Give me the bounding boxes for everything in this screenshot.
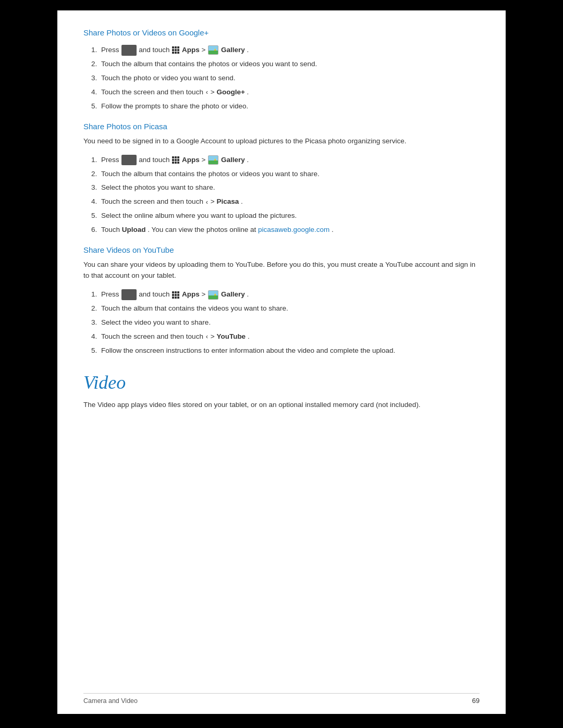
upload-label: Upload — [122, 226, 146, 233]
share-icon-2: ‹ — [206, 196, 208, 208]
step-text: . — [332, 226, 334, 233]
step-picasa-3: Select the photos you want to share. — [99, 182, 480, 194]
apps-grid-icon-2 — [172, 156, 179, 164]
step-text: . — [241, 198, 243, 205]
video-body: The Video app plays video files stored o… — [83, 400, 480, 411]
youtube-intro: You can share your videos by uploading t… — [83, 260, 480, 281]
step-text: and touch — [139, 290, 172, 298]
step-picasa-6: Touch Upload . You can view the photos o… — [99, 224, 480, 236]
step-text: Touch the screen and then touch — [101, 332, 205, 340]
apps-label-1: Apps — [182, 46, 200, 54]
step-text: Touch the screen and then touch — [101, 88, 205, 96]
step-yt-2: Touch the album that contains the videos… — [99, 303, 480, 315]
step-text: . — [247, 156, 249, 164]
step-gplus-3: Touch the photo or video you want to sen… — [99, 72, 480, 84]
step-text: Press — [101, 46, 121, 54]
step-text: Touch the screen and then touch — [101, 198, 205, 205]
step-yt-1: Press and touch Apps > Gallery . — [99, 289, 480, 301]
step-text: > — [202, 290, 208, 298]
step-gplus-2: Touch the album that contains the photos… — [99, 58, 480, 70]
step-text: > — [211, 332, 217, 340]
step-gplus-4: Touch the screen and then touch ‹ > Goog… — [99, 87, 480, 98]
footer-page-number: 69 — [472, 697, 480, 705]
share-icon-1: ‹ — [206, 87, 208, 98]
step-text: > — [211, 198, 217, 205]
picasa-label: Picasa — [216, 198, 239, 205]
step-text: Press — [101, 156, 121, 164]
section-title-youtube: Share Videos on YouTube — [83, 245, 480, 254]
step-yt-3: Select the video you want to share. — [99, 317, 480, 329]
step-text: > — [202, 46, 208, 54]
youtube-label: YouTube — [216, 332, 246, 340]
youtube-steps: Press and touch Apps > Gallery . Touch t… — [99, 289, 480, 357]
page-footer: Camera and Video 69 — [83, 693, 480, 705]
gallery-icon-1 — [208, 45, 218, 55]
step-text: . — [247, 46, 249, 54]
picasa-link[interactable]: picasaweb.google.com — [258, 226, 329, 233]
share-icon-3: ‹ — [206, 331, 208, 342]
home-button — [121, 45, 136, 56]
home-button-2 — [121, 155, 136, 166]
picasa-intro: You need to be signed in to a Google Acc… — [83, 136, 480, 147]
step-picasa-5: Select the online album where you want t… — [99, 210, 480, 222]
step-text: . You can view the photos online at — [148, 226, 258, 233]
step-text: > — [202, 156, 208, 164]
gallery-label-3: Gallery — [221, 290, 245, 298]
step-picasa-1: Press and touch Apps > Gallery . — [99, 154, 480, 166]
footer-chapter: Camera and Video — [83, 697, 138, 705]
step-text: Press — [101, 290, 121, 298]
step-text: > — [211, 88, 217, 96]
step-text: . — [248, 332, 250, 340]
step-gplus-1: Press and touch Apps > Gallery . — [99, 44, 480, 56]
apps-label-2: Apps — [182, 156, 200, 164]
section-title-google-plus: Share Photos or Videos on Google+ — [83, 28, 480, 37]
page: Share Photos or Videos on Google+ Press … — [57, 10, 506, 714]
section-title-picasa: Share Photos on Picasa — [83, 122, 480, 131]
step-yt-4: Touch the screen and then touch ‹ > YouT… — [99, 331, 480, 343]
gallery-label-2: Gallery — [221, 156, 245, 164]
gallery-icon-2 — [208, 155, 218, 165]
step-text: Touch — [101, 226, 122, 233]
googleplus-label: Google+ — [216, 88, 244, 96]
gallery-icon-3 — [208, 290, 218, 300]
google-plus-steps: Press and touch Apps > Gallery . Touch t… — [99, 44, 480, 113]
home-button-3 — [121, 289, 136, 300]
step-text: and touch — [139, 46, 172, 54]
step-picasa-2: Touch the album that contains the photos… — [99, 168, 480, 180]
step-text: and touch — [139, 156, 172, 164]
apps-grid-icon — [172, 46, 179, 54]
step-picasa-4: Touch the screen and then touch ‹ > Pica… — [99, 196, 480, 208]
apps-grid-icon-3 — [172, 291, 179, 299]
step-text: . — [247, 88, 249, 96]
step-text: . — [247, 290, 249, 298]
picasa-steps: Press and touch Apps > Gallery . Touch t… — [99, 154, 480, 237]
step-gplus-5: Follow the prompts to share the photo or… — [99, 101, 480, 113]
video-heading: Video — [83, 372, 480, 393]
step-yt-5: Follow the onscreen instructions to ente… — [99, 345, 480, 357]
apps-label-3: Apps — [182, 290, 200, 298]
gallery-label-1: Gallery — [221, 46, 245, 54]
